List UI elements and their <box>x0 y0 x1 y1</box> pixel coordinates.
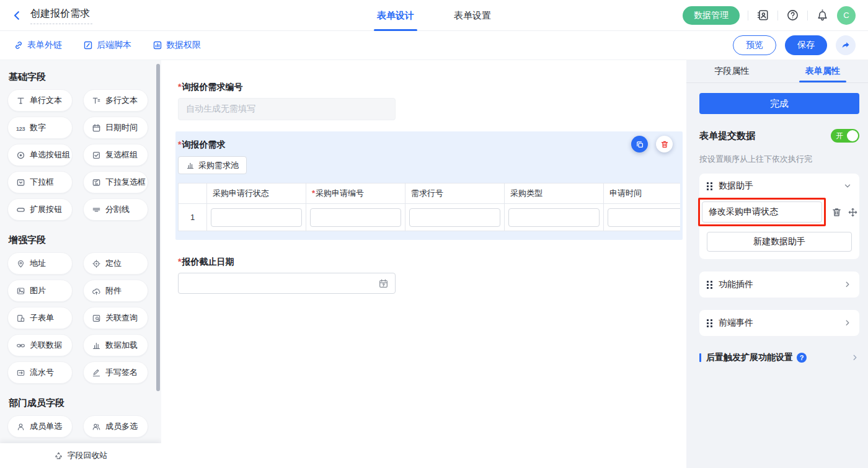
field-quote-request-subform[interactable]: *询报价需求 采购需求池 采购申请行状态*采购申请编号需求行号采购类型申请时间1 <box>175 131 683 240</box>
drag-handle-icon[interactable] <box>707 319 712 327</box>
top-tab-2[interactable]: 表单设置 <box>454 0 491 31</box>
required-asterisk: * <box>178 257 181 267</box>
subform-column-header: *采购申请编号 <box>306 183 405 204</box>
datetime-icon <box>92 123 101 133</box>
trash-icon <box>660 140 669 149</box>
cell-input[interactable] <box>211 208 302 227</box>
radio-icon <box>16 151 25 160</box>
card-header[interactable]: 功能插件 <box>707 279 852 290</box>
serial-icon <box>16 368 25 377</box>
field-item-attachment[interactable]: 附件 <box>83 280 148 302</box>
help-icon[interactable] <box>786 9 799 22</box>
subform-row: 1 <box>179 204 681 231</box>
field-item-image[interactable]: 图片 <box>7 280 73 302</box>
location-icon <box>92 259 101 268</box>
submit-data-label: 表单提交数据 <box>699 130 755 142</box>
subform-column-header: 采购类型 <box>505 183 604 204</box>
field-item-textarea[interactable]: 多行文本 <box>83 89 148 112</box>
field-label: *报价截止日期 <box>178 256 686 267</box>
toolbar-link[interactable]: 表单外链 <box>14 40 62 51</box>
subform-table: 采购申请行状态*采购申请编号需求行号采购类型申请时间1 <box>178 183 680 231</box>
avatar[interactable]: C <box>837 6 856 25</box>
bell-icon[interactable] <box>816 9 829 22</box>
permission-icon <box>153 40 162 50</box>
purchase-pool-button[interactable]: 采购需求池 <box>178 156 247 174</box>
post-trigger-settings[interactable]: 后置触发扩展功能设置 ? <box>699 352 859 363</box>
field-item-lookup[interactable]: 关联查询 <box>83 307 148 329</box>
done-button[interactable]: 完成 <box>699 93 859 114</box>
save-button[interactable]: 保存 <box>785 35 827 55</box>
divider <box>807 11 808 20</box>
panel-card: 前端事件 <box>699 310 859 336</box>
share-icon <box>841 40 851 50</box>
cell-input[interactable] <box>409 208 500 227</box>
field-item-multiselect[interactable]: 下拉复选框 <box>83 171 148 193</box>
form-canvas: *询报价需求编号 自动生成无需填写 *询报价需求 采购需求池 采购申请行状态*采… <box>161 60 686 468</box>
field-item-relation[interactable]: 关联数据 <box>7 334 73 356</box>
field-item-number[interactable]: 123数字 <box>7 117 73 139</box>
field-item-location[interactable]: 定位 <box>83 252 148 275</box>
drag-handle-icon[interactable] <box>707 182 712 190</box>
image-icon <box>16 286 25 296</box>
drag-handle-icon[interactable] <box>707 281 712 289</box>
assist-item[interactable]: 修改采购申请状态 <box>702 201 822 223</box>
field-item-text-input[interactable]: 单行文本 <box>7 89 73 112</box>
field-item-extend-button[interactable]: 扩展按钮 <box>7 198 73 221</box>
field-recycle-bin[interactable]: 字段回收站 <box>0 443 161 468</box>
member-single-icon <box>16 422 25 431</box>
question-badge-icon[interactable]: ? <box>797 353 807 363</box>
field-quote-deadline[interactable]: *报价截止日期 <box>178 256 686 294</box>
top-tab-1[interactable]: 表单设计 <box>377 0 414 31</box>
field-item-data-load[interactable]: 数据加载 <box>83 334 148 356</box>
copy-field-button[interactable] <box>631 136 648 152</box>
field-item-subform[interactable]: 子表单 <box>7 307 73 329</box>
execution-hint: 按设置顺序从上往下依次执行完 <box>699 154 859 165</box>
toolbar-link[interactable]: 后端脚本 <box>83 40 131 51</box>
toolbar-link[interactable]: 数据权限 <box>153 40 201 51</box>
cell-input[interactable] <box>608 208 680 227</box>
field-item-checkbox[interactable]: 复选框组 <box>83 144 148 166</box>
top-header: 创建报价需求 表单设计表单设置 数据管理 C <box>0 0 868 31</box>
field-item-signature[interactable]: 手写签名 <box>83 361 148 384</box>
field-library-sidebar: 基础字段单行文本多行文本123数字日期时间单选按钮组复选框组下拉框下拉复选框扩展… <box>0 60 161 468</box>
field-label: *询报价需求编号 <box>178 81 686 92</box>
field-item-datetime[interactable]: 日期时间 <box>83 117 148 139</box>
divider <box>777 11 778 20</box>
recycle-icon <box>54 451 63 461</box>
cell-input[interactable] <box>310 208 401 227</box>
sidebar-scrollbar[interactable] <box>156 64 160 391</box>
cell-input[interactable] <box>508 208 600 227</box>
field-item-radio[interactable]: 单选按钮组 <box>7 144 73 166</box>
panel-card: 数据助手修改采购申请状态新建数据助手 <box>699 174 859 259</box>
subform-cell <box>306 204 405 231</box>
field-item-serial[interactable]: 流水号 <box>7 361 73 384</box>
field-item-divider[interactable]: 分割线 <box>83 198 148 221</box>
field-item-member-multi[interactable]: 成员多选 <box>83 415 148 438</box>
code-input[interactable]: 自动生成无需填写 <box>178 98 396 120</box>
preview-button[interactable]: 预览 <box>733 35 776 55</box>
delete-assist-icon[interactable] <box>831 207 842 218</box>
move-icon[interactable] <box>848 207 858 218</box>
panel-tab-1[interactable]: 字段属性 <box>686 60 777 82</box>
date-input[interactable] <box>178 273 396 294</box>
panel-tab-2[interactable]: 表单属性 <box>777 60 868 82</box>
field-item-member-single[interactable]: 成员单选 <box>7 415 73 438</box>
data-manage-button[interactable]: 数据管理 <box>683 6 740 25</box>
field-item-select[interactable]: 下拉框 <box>7 171 73 193</box>
header-actions: 数据管理 C <box>683 6 856 25</box>
new-assist-button[interactable]: 新建数据助手 <box>707 232 852 252</box>
field-item-address[interactable]: 地址 <box>7 252 73 275</box>
body: 基础字段单行文本多行文本123数字日期时间单选按钮组复选框组下拉框下拉复选框扩展… <box>0 60 868 468</box>
subform-table-wrap: 采购申请行状态*采购申请编号需求行号采购类型申请时间1 <box>178 183 680 231</box>
sidebar-section-title: 基础字段 <box>9 71 161 83</box>
multiselect-icon <box>92 178 101 187</box>
subform-icon <box>16 314 25 323</box>
delete-field-button[interactable] <box>656 136 673 152</box>
contact-book-icon[interactable] <box>756 9 769 22</box>
field-quote-request-code[interactable]: *询报价需求编号 自动生成无需填写 <box>178 81 686 120</box>
subform-actions <box>631 136 673 152</box>
card-header[interactable]: 数据助手 <box>707 180 852 192</box>
submit-toggle[interactable]: 开 <box>831 129 859 143</box>
share-button[interactable] <box>836 35 856 55</box>
card-header[interactable]: 前端事件 <box>707 317 852 329</box>
